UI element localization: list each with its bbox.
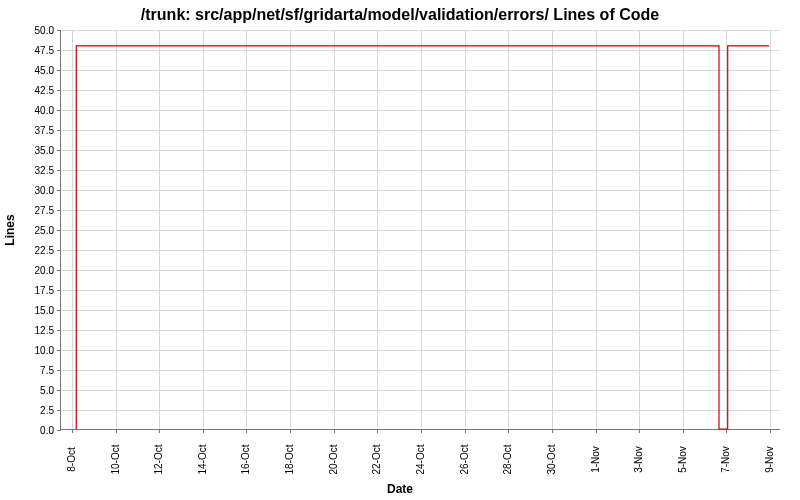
data-series: [61, 30, 780, 429]
y-tick-label: 10.0: [14, 345, 54, 356]
x-tick-label: 24-Oct: [415, 440, 426, 480]
y-tick-label: 12.5: [14, 325, 54, 336]
x-tick-mark: [377, 429, 378, 433]
y-tick-label: 30.0: [14, 185, 54, 196]
x-tick-label: 18-Oct: [284, 440, 295, 480]
y-tick-label: 32.5: [14, 165, 54, 176]
x-tick-label: 3-Nov: [633, 440, 644, 480]
x-tick-mark: [596, 429, 597, 433]
series-line: [76, 46, 769, 429]
x-tick-label: 12-Oct: [153, 440, 164, 480]
x-tick-label: 16-Oct: [240, 440, 251, 480]
x-tick-mark: [72, 429, 73, 433]
y-tick-label: 22.5: [14, 245, 54, 256]
y-tick-label: 5.0: [14, 385, 54, 396]
chart-title: /trunk: src/app/net/sf/gridarta/model/va…: [0, 6, 800, 24]
x-tick-label: 20-Oct: [327, 440, 338, 480]
x-tick-mark: [639, 429, 640, 433]
x-tick-mark: [290, 429, 291, 433]
y-tick-label: 0.0: [14, 425, 54, 436]
x-tick-label: 10-Oct: [109, 440, 120, 480]
y-tick-label: 37.5: [14, 125, 54, 136]
y-tick-label: 40.0: [14, 105, 54, 116]
x-axis-label: Date: [0, 482, 800, 496]
y-tick-mark: [57, 430, 61, 431]
y-tick-label: 7.5: [14, 365, 54, 376]
y-tick-label: 25.0: [14, 225, 54, 236]
y-tick-label: 17.5: [14, 285, 54, 296]
x-tick-mark: [203, 429, 204, 433]
x-tick-mark: [683, 429, 684, 433]
x-tick-label: 1-Nov: [589, 440, 600, 480]
x-tick-label: 7-Nov: [720, 440, 731, 480]
y-tick-label: 45.0: [14, 65, 54, 76]
y-tick-label: 15.0: [14, 305, 54, 316]
chart-container: /trunk: src/app/net/sf/gridarta/model/va…: [0, 0, 800, 500]
x-tick-label: 30-Oct: [545, 440, 556, 480]
plot-area: [60, 30, 780, 430]
y-tick-label: 35.0: [14, 145, 54, 156]
x-tick-mark: [552, 429, 553, 433]
y-tick-label: 27.5: [14, 205, 54, 216]
y-tick-label: 20.0: [14, 265, 54, 276]
x-tick-mark: [159, 429, 160, 433]
x-tick-label: 8-Oct: [65, 440, 76, 480]
x-tick-mark: [726, 429, 727, 433]
x-tick-label: 9-Nov: [764, 440, 775, 480]
x-tick-mark: [465, 429, 466, 433]
x-tick-mark: [770, 429, 771, 433]
y-tick-label: 2.5: [14, 405, 54, 416]
x-tick-label: 26-Oct: [458, 440, 469, 480]
x-tick-label: 14-Oct: [196, 440, 207, 480]
x-tick-mark: [246, 429, 247, 433]
x-tick-mark: [508, 429, 509, 433]
x-tick-label: 28-Oct: [502, 440, 513, 480]
x-tick-label: 22-Oct: [371, 440, 382, 480]
y-tick-label: 42.5: [14, 85, 54, 96]
x-tick-label: 5-Nov: [676, 440, 687, 480]
y-tick-label: 50.0: [14, 25, 54, 36]
x-tick-mark: [334, 429, 335, 433]
y-tick-label: 47.5: [14, 45, 54, 56]
x-tick-mark: [116, 429, 117, 433]
x-tick-mark: [421, 429, 422, 433]
